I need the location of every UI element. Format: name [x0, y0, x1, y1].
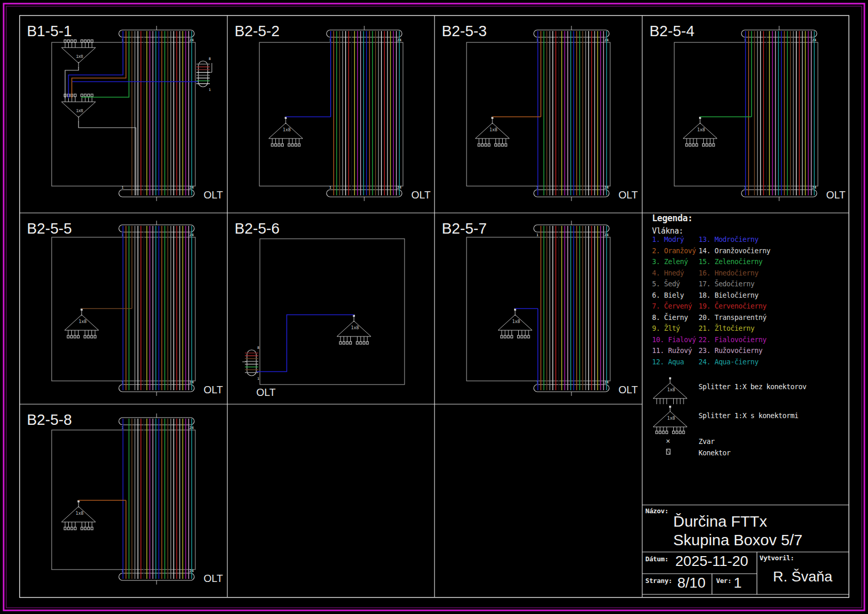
- tapped-fiber: [72, 31, 126, 98]
- olt-label: OLT: [618, 384, 638, 395]
- connector-square: [67, 335, 69, 338]
- connector-square: [275, 144, 277, 146]
- connector-square: [507, 335, 509, 338]
- legend-konektor-label: Konektor: [699, 449, 731, 457]
- drawing-sheet: B1-5-11241241x81x881OLTB2-5-21241241x8OL…: [0, 0, 868, 614]
- panel-title: B2-5-2: [235, 23, 280, 39]
- fiber-number-label: 1: [209, 88, 211, 92]
- legend-fiber-item: 19. Červenočierny: [699, 302, 766, 310]
- connector-square: [88, 40, 90, 42]
- splitter-feed-line: [79, 121, 136, 195]
- titleblock-ver-label: Ver:: [716, 577, 732, 585]
- panel-title: B2-5-3: [442, 23, 487, 39]
- legend-fiber-item: 1. Modrý: [652, 235, 684, 243]
- connector-square: [679, 431, 681, 434]
- panel-title: B2-5-6: [235, 220, 280, 237]
- olt-label: OLT: [204, 189, 223, 201]
- splitter-ratio-label: 1x8: [667, 416, 675, 421]
- connector-square: [501, 335, 503, 338]
- connector-square: [295, 144, 297, 146]
- connector-square: [71, 527, 73, 530]
- fiber-number-label: 1: [329, 186, 331, 190]
- legend-splitter-no-conn-label: Splitter 1:X bez konektorov: [699, 382, 807, 391]
- legend-fiber-item: 7. Červený: [652, 302, 692, 310]
- connector-square: [498, 144, 500, 146]
- fiber-number-label: 8: [257, 346, 259, 350]
- drawing-title-line2: Skupina Boxov 5/7: [673, 531, 802, 549]
- splitter-ratio-label: 1x8: [351, 325, 359, 330]
- splitter-ratio-label: 1x8: [79, 319, 86, 324]
- connector-square: [71, 335, 73, 338]
- tapped-fiber: [69, 31, 123, 98]
- connector-square: [350, 342, 352, 344]
- connector-square: [706, 144, 708, 146]
- splitter-ratio-label: 1x8: [667, 387, 675, 392]
- drawing-version: 1: [734, 575, 742, 591]
- olt-label: OLT: [204, 384, 223, 395]
- olt-label: OLT: [618, 189, 638, 201]
- connector-square: [712, 144, 715, 146]
- connector-square: [524, 335, 526, 338]
- connector-square: [68, 40, 70, 42]
- connector-square: [88, 527, 90, 530]
- connector-square: [78, 335, 80, 338]
- connector-square: [659, 431, 661, 434]
- connector-square: [478, 144, 480, 146]
- legend-fiber-item: 22. Fialovočierny: [699, 335, 766, 344]
- splitter-ratio-label: 1x8: [512, 319, 520, 324]
- connector-square: [74, 94, 76, 97]
- connector-square: [74, 527, 76, 530]
- connector-square: [346, 342, 348, 344]
- drawing-date: 2025-11-20: [675, 553, 748, 570]
- titleblock-datum-label: Dátum:: [645, 555, 669, 563]
- drawing-title-line1: Ďurčina FTTx: [673, 513, 767, 530]
- connector-square: [366, 342, 368, 344]
- connector-square: [271, 144, 273, 146]
- connector-square: [502, 144, 504, 146]
- connector-square: [81, 40, 83, 42]
- legend-subtitle: Vlákna:: [652, 226, 683, 236]
- connector-square: [91, 527, 93, 530]
- splitter-ratio-label: 1x8: [697, 127, 705, 132]
- connector-square: [709, 144, 711, 146]
- connector-square: [666, 431, 668, 434]
- mini-olt-connector: [247, 350, 256, 376]
- splitter-ratio-label: 1x8: [283, 127, 290, 132]
- connector-square: [84, 94, 86, 97]
- legend-fiber-item: 23. Ružovočierny: [699, 346, 763, 355]
- connector-square: [87, 335, 89, 338]
- legend-fiber-item: 17. Šedočierny: [699, 280, 754, 288]
- konektor-icon: [667, 449, 670, 454]
- legend-fiber-item: 4. Hnedý: [652, 269, 684, 277]
- connector-square: [68, 527, 70, 530]
- legend-title: Legenda:: [652, 213, 693, 223]
- splitter-ratio-label: 1x8: [489, 127, 497, 132]
- connector-square: [683, 431, 685, 434]
- connector-square: [84, 527, 86, 530]
- connector-square: [505, 144, 507, 146]
- titleblock-nazov-label: Názov:: [645, 507, 669, 515]
- connector-square: [84, 335, 86, 338]
- legend-fiber-item: 11. Ružový: [652, 346, 692, 355]
- connector-square: [696, 144, 698, 146]
- legend-splitter-pin-dot: [669, 377, 671, 379]
- connector-square: [676, 431, 678, 434]
- panel-box: [260, 239, 405, 385]
- connector-square: [673, 431, 675, 434]
- legend-fiber-item: 10. Fialový: [652, 335, 696, 344]
- legend-fiber-item: 21. Žltočierny: [699, 324, 754, 332]
- olt-label: OLT: [204, 573, 223, 584]
- drawing-pages: 8/10: [677, 575, 706, 591]
- legend-fiber-item: 24. Aqua-čierny: [699, 358, 758, 366]
- legend-fiber-item: 3. Zelený: [652, 257, 688, 266]
- connector-square: [360, 342, 362, 344]
- legend-fiber-item: 5. Šedý: [652, 280, 680, 288]
- legend-fiber-item: 9. Žltý: [652, 324, 680, 332]
- zvar-icon: ×: [666, 437, 670, 445]
- connector-square: [518, 335, 520, 338]
- connector-square: [91, 94, 93, 97]
- legend-fiber-item: 2. Oranžový: [652, 247, 696, 255]
- titleblock-vytvoril-label: Vytvoril:: [760, 554, 794, 562]
- connector-square: [521, 335, 523, 338]
- connector-square: [656, 431, 658, 434]
